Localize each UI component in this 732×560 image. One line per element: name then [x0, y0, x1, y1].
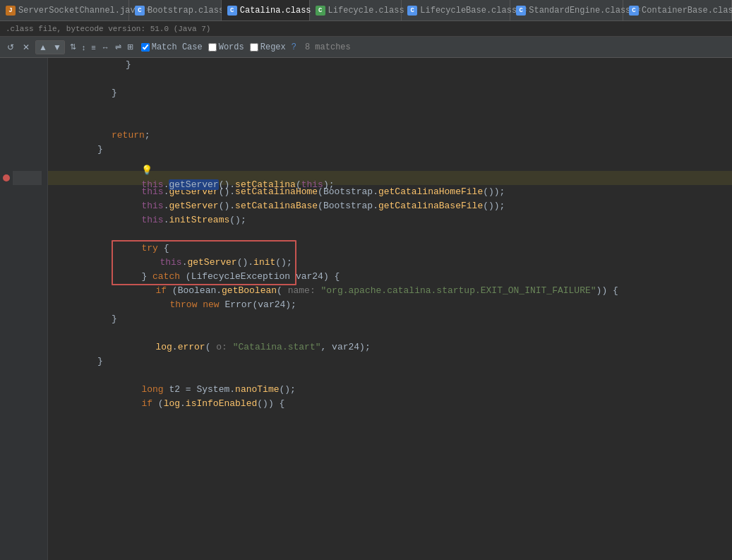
bp-line-5 [0, 114, 13, 129]
bp-line-20 [0, 326, 13, 340]
tab-container-base[interactable]: C ContainerBase.class × [623, 0, 732, 21]
tab-label: StandardEngine.class [529, 6, 630, 16]
gutter-19 [37, 312, 42, 326]
bp-line-12 [0, 213, 13, 227]
search-refresh-btn[interactable]: ↺ [4, 41, 17, 54]
search-options: Match Case Words Regex ? [141, 42, 296, 52]
tab-server-socket[interactable]: J ServerSocketChannel.java × [0, 0, 129, 21]
bp-line-21 [0, 340, 13, 355]
java-icon: J [6, 6, 16, 16]
code-line-2 [48, 72, 732, 86]
bp-line-11 [0, 199, 13, 213]
tab-lifecycle[interactable]: C Lifecycle.class × [310, 0, 402, 21]
gutter-10 [37, 185, 42, 199]
search-icon-btn2[interactable]: ↕ [80, 42, 88, 53]
gutter-6 [37, 129, 42, 143]
gutter-9 [13, 171, 42, 185]
bp-line-23 [0, 369, 13, 383]
breakpoint-area [0, 58, 13, 560]
gutter-22 [37, 355, 42, 369]
class-icon: C [407, 6, 417, 16]
gutter-1 [37, 58, 42, 72]
bp-line-18 [0, 298, 13, 312]
code-line-1: } [48, 58, 732, 72]
search-icon-btn4[interactable]: ↔ [100, 42, 112, 53]
words-label[interactable]: Words [208, 42, 244, 52]
bp-line-10 [0, 185, 13, 199]
class-icon: C [516, 6, 526, 16]
search-icon-btn1[interactable]: ⇅ [68, 41, 78, 53]
regex-checkbox[interactable] [250, 43, 258, 52]
gutter-7 [37, 143, 42, 157]
tab-bootstrap[interactable]: C Bootstrap.class × [129, 0, 222, 21]
gutter-23 [37, 369, 42, 383]
bp-line-8 [0, 157, 13, 171]
breakpoint-dot [3, 174, 10, 181]
search-next-btn[interactable]: ▼ [50, 41, 64, 54]
gutter-8 [37, 157, 42, 171]
gutter-21 [37, 340, 42, 355]
code-line-4 [48, 100, 732, 114]
gutter-15 [37, 256, 42, 270]
tab-label: ServerSocketChannel.java [18, 6, 140, 16]
tab-label: Catalina.class [240, 6, 311, 16]
search-icon-btn5[interactable]: ⇌ [113, 41, 124, 53]
match-case-label[interactable]: Match Case [141, 42, 203, 52]
match-case-checkbox[interactable] [141, 43, 150, 52]
gutter-20 [37, 326, 42, 340]
code-line-25: if (log.isInfoEnabled()) { [48, 397, 732, 411]
class-icon: C [316, 6, 325, 16]
bp-line-1 [0, 58, 13, 72]
code-line-9: 💡 this.getServer().setCatalina(this); [48, 171, 732, 185]
gutter-2 [37, 72, 42, 86]
gutter-11 [37, 199, 42, 213]
bp-line-16 [0, 270, 13, 284]
bp-line-4 [0, 100, 13, 114]
search-toolbar: ↺ ✕ ▲ ▼ ⇅ ↕ ≡ ↔ ⇌ ⊞ Match Case Words Reg… [0, 37, 732, 58]
bp-line-15 [0, 256, 13, 270]
search-icon-btn3[interactable]: ≡ [89, 42, 97, 53]
regex-label[interactable]: Regex [250, 42, 286, 52]
bp-line-24 [0, 383, 13, 397]
gutter-16 [37, 270, 42, 284]
status-text: .class file, bytecode version: 51.0 (Jav… [6, 25, 210, 33]
code-content[interactable]: } } return; } 💡 this.getServer().setCata… [48, 58, 732, 560]
gutter-5 [37, 114, 42, 129]
bp-line-3 [0, 86, 13, 100]
code-area: } } return; } 💡 this.getServer().setCata… [0, 58, 732, 560]
gutter-24 [37, 383, 42, 397]
gutter-25 [37, 397, 42, 411]
matches-count: 8 matches [305, 42, 351, 52]
gutter-14 [37, 242, 42, 256]
tab-catalina[interactable]: C Catalina.class × [222, 0, 310, 21]
tab-label: Bootstrap.class [148, 6, 224, 16]
tab-bar: J ServerSocketChannel.java × C Bootstrap… [0, 0, 732, 21]
bp-line-2 [0, 72, 13, 86]
bp-line-22 [0, 355, 13, 369]
search-prev-btn[interactable]: ▲ [36, 41, 50, 54]
class-icon: C [629, 6, 639, 16]
search-close-btn[interactable]: ✕ [20, 41, 32, 54]
bp-line-9 [0, 171, 13, 185]
tab-label: LifecycleBase.class [420, 6, 517, 16]
bp-line-19 [0, 312, 13, 326]
line-numbers [13, 58, 48, 560]
class-icon: C [227, 6, 237, 16]
bp-line-14 [0, 242, 13, 256]
selected-text: getServer [169, 179, 218, 190]
tab-standard-engine[interactable]: C StandardEngine.class × [510, 0, 623, 21]
code-line-21: log.error( o: "Catalina.start", var24); [48, 340, 732, 355]
code-line-6: return; [48, 129, 732, 143]
tab-lifecycle-base[interactable]: C LifecycleBase.class × [402, 0, 510, 21]
class-icon: C [135, 6, 145, 16]
bp-line-13 [0, 227, 13, 242]
match-case-text: Match Case [152, 42, 203, 52]
bp-line-17 [0, 284, 13, 298]
words-checkbox[interactable] [208, 43, 217, 52]
tab-label: Lifecycle.class [328, 6, 404, 16]
bp-line-25 [0, 397, 13, 411]
bp-line-7 [0, 143, 13, 157]
gutter-4 [37, 100, 42, 114]
search-filter-btn[interactable]: ⊞ [125, 41, 136, 53]
regex-help[interactable]: ? [292, 42, 296, 52]
